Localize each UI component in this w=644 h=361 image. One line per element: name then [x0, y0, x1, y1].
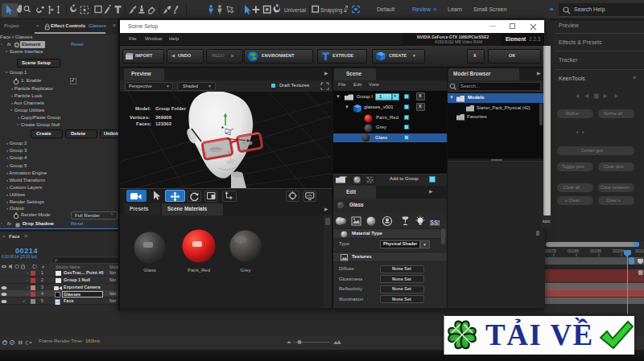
- svg-text:Model:: Model:: [135, 106, 151, 111]
- svg-text:*: *: [345, 175, 347, 180]
- svg-text:Paint_Red: Paint_Red: [188, 268, 210, 273]
- svg-text:Glass: Glass: [143, 268, 155, 273]
- svg-text:369906: 369906: [155, 115, 172, 120]
- svg-text:Grey: Grey: [240, 268, 250, 273]
- svg-text:Snapping: Snapping: [320, 7, 343, 14]
- svg-text:Universal: Universal: [284, 7, 307, 13]
- svg-text:Vertices:: Vertices:: [130, 115, 150, 120]
- svg-text:123302: 123302: [155, 121, 172, 126]
- svg-text:SSS: SSS: [430, 219, 440, 226]
- svg-text:Group Folder: Group Folder: [155, 106, 187, 111]
- svg-text:Faces:: Faces:: [136, 121, 151, 126]
